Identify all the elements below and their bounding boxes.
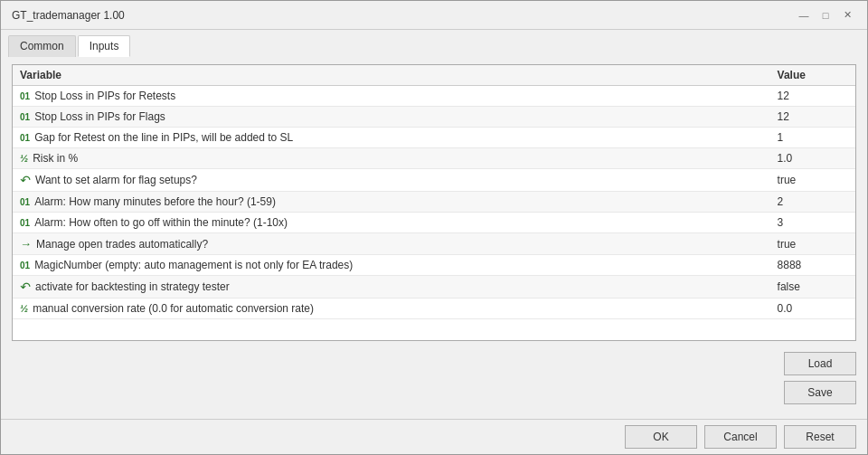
value-cell: true xyxy=(770,169,855,192)
load-button[interactable]: Load xyxy=(784,352,856,375)
col-variable-header: Variable xyxy=(13,65,770,86)
title-bar: GT_trademanager 1.00 — □ ✕ xyxy=(1,1,867,30)
table-row: 01Stop Loss in PIPs for Retests12 xyxy=(13,86,855,107)
variable-name: manual conversion rate (0.0 for automati… xyxy=(33,302,314,315)
tab-bar: Common Inputs xyxy=(1,30,867,57)
table-row: ½manual conversion rate (0.0 for automat… xyxy=(13,299,855,319)
value-cell: true xyxy=(770,233,855,255)
variable-name: Alarm: How many minutes before the hour?… xyxy=(34,195,276,208)
window-controls: — □ ✕ xyxy=(795,8,856,23)
table-row: 01Stop Loss in PIPs for Flags12 xyxy=(13,107,855,128)
variable-cell: ↷Want to set alarm for flag setups? xyxy=(13,169,392,191)
variable-name: activate for backtesting in strategy tes… xyxy=(35,280,230,293)
col-value-header: Value xyxy=(770,65,855,86)
variable-icon: 01 xyxy=(20,112,30,122)
bottom-area: Load Save xyxy=(12,348,856,412)
footer: OK Cancel Reset xyxy=(1,419,867,454)
table-row: ½Risk in %1.0 xyxy=(13,148,855,169)
variables-table: Variable Value 01Stop Loss in PIPs for R… xyxy=(13,65,855,319)
value-cell: 2 xyxy=(770,192,855,213)
save-button[interactable]: Save xyxy=(784,381,856,404)
variable-icon: ↷ xyxy=(20,173,31,187)
variable-name: Risk in % xyxy=(33,152,78,165)
value-cell: 1.0 xyxy=(770,148,855,169)
close-button[interactable]: ✕ xyxy=(838,8,856,23)
variable-cell: ½Risk in % xyxy=(13,148,392,168)
window-title: GT_trademanager 1.00 xyxy=(12,9,125,22)
table-row: ↷activate for backtesting in strategy te… xyxy=(13,276,855,299)
variable-name: Manage open trades automatically? xyxy=(36,238,208,251)
content-area: Variable Value 01Stop Loss in PIPs for R… xyxy=(1,57,867,419)
value-cell: false xyxy=(770,276,855,299)
variable-icon: 01 xyxy=(20,133,30,143)
table-row: 01Alarm: How many minutes before the hou… xyxy=(13,192,855,213)
variable-cell: 01Alarm: How many minutes before the hou… xyxy=(13,192,392,212)
variable-name: MagicNumber (empty: auto management is n… xyxy=(34,259,353,271)
variable-icon: 01 xyxy=(20,197,30,207)
variables-table-container: Variable Value 01Stop Loss in PIPs for R… xyxy=(12,64,856,341)
variable-icon: → xyxy=(20,237,32,251)
table-row: ↷Want to set alarm for flag setups?true xyxy=(13,169,855,192)
variable-cell: 01Gap for Retest on the line in PIPs, wi… xyxy=(13,128,392,147)
reset-button[interactable]: Reset xyxy=(784,425,856,449)
value-cell: 12 xyxy=(770,86,855,107)
value-cell: 12 xyxy=(770,107,855,128)
value-cell: 8888 xyxy=(770,255,855,276)
minimize-button[interactable]: — xyxy=(795,8,813,23)
table-row: 01MagicNumber (empty: auto management is… xyxy=(13,255,855,276)
variable-icon: 01 xyxy=(20,218,30,228)
variable-cell: 01Stop Loss in PIPs for Flags xyxy=(13,107,392,127)
table-row: 01Alarm: How often to go off within the … xyxy=(13,213,855,233)
cancel-button[interactable]: Cancel xyxy=(704,425,777,449)
variable-icon: ½ xyxy=(20,153,28,164)
variable-name: Stop Loss in PIPs for Retests xyxy=(34,90,175,102)
variable-cell: →Manage open trades automatically? xyxy=(13,233,392,254)
main-window: GT_trademanager 1.00 — □ ✕ Common Inputs… xyxy=(0,0,868,455)
tab-inputs[interactable]: Inputs xyxy=(78,35,131,57)
maximize-button[interactable]: □ xyxy=(816,8,835,23)
table-row: 01Gap for Retest on the line in PIPs, wi… xyxy=(13,128,855,148)
variable-cell: ½manual conversion rate (0.0 for automat… xyxy=(13,299,392,318)
variable-name: Stop Loss in PIPs for Flags xyxy=(34,110,165,123)
variable-name: Alarm: How often to go off within the mi… xyxy=(34,216,288,229)
tab-common[interactable]: Common xyxy=(8,35,76,57)
variable-icon: ↷ xyxy=(20,280,31,294)
variable-icon: ½ xyxy=(20,303,28,314)
action-buttons: Load Save xyxy=(784,352,856,404)
variable-name: Want to set alarm for flag setups? xyxy=(35,174,197,186)
variable-cell: 01MagicNumber (empty: auto management is… xyxy=(13,255,392,275)
variable-cell: 01Stop Loss in PIPs for Retests xyxy=(13,86,392,106)
variable-name: Gap for Retest on the line in PIPs, will… xyxy=(34,131,293,144)
variable-cell: ↷activate for backtesting in strategy te… xyxy=(13,276,392,298)
variable-cell: 01Alarm: How often to go off within the … xyxy=(13,213,392,232)
table-row: →Manage open trades automatically?true xyxy=(13,233,855,255)
ok-button[interactable]: OK xyxy=(625,425,697,449)
value-cell: 0.0 xyxy=(770,299,855,319)
value-cell: 1 xyxy=(770,128,855,148)
variable-icon: 01 xyxy=(20,91,30,101)
variable-icon: 01 xyxy=(20,261,30,270)
value-cell: 3 xyxy=(770,213,855,233)
